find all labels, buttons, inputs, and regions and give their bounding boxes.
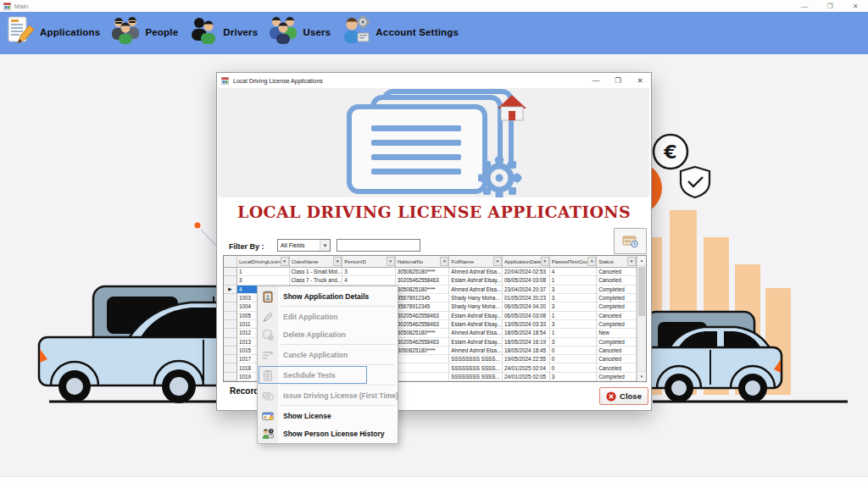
scroll-down-icon[interactable]: ▼: [637, 371, 646, 381]
grid-cell[interactable]: Class 1 - Small Mot...: [290, 268, 343, 276]
toolbar-item-people[interactable]: People: [105, 12, 183, 53]
grid-cell[interactable]: 18/05/2024 18:45: [503, 347, 550, 355]
grid-cell[interactable]: 3: [342, 268, 396, 276]
grid-cell[interactable]: 13/05/2024 03:33: [503, 320, 550, 329]
dialog-minimize-button[interactable]: —: [585, 73, 607, 88]
menu-item-sechdule-tests[interactable]: Sechdule Tests: [258, 366, 398, 384]
grid-cell[interactable]: 23/04/2024 20:37: [503, 286, 550, 294]
dialog-close-button[interactable]: ✕: [629, 73, 651, 88]
menu-item-cancle-application[interactable]: Cancle Application: [258, 346, 398, 363]
grid-cell[interactable]: [396, 373, 450, 381]
menu-item-show-person-license-history[interactable]: Show Person License History: [258, 424, 398, 442]
license-search-button[interactable]: [614, 228, 647, 254]
grid-cell[interactable]: Canceled: [597, 276, 637, 285]
row-header[interactable]: [224, 355, 237, 363]
grid-cell[interactable]: Canceled: [597, 355, 637, 363]
row-header[interactable]: [224, 302, 237, 311]
column-filter-dropdown-icon[interactable]: ▼: [627, 257, 636, 266]
grid-cell[interactable]: 3: [550, 373, 598, 381]
grid-cell[interactable]: Completed: [597, 286, 637, 294]
grid-cell[interactable]: Ahmed Ashraf Elsa...: [449, 268, 503, 276]
grid-cell[interactable]: Shady Hany Moha...: [449, 294, 503, 302]
grid-cell[interactable]: 22/04/2024 02:53: [503, 268, 550, 276]
grid-cell[interactable]: 19/05/2024 22:55: [503, 355, 550, 363]
row-header[interactable]: [224, 320, 237, 329]
grid-cell[interactable]: 0: [550, 347, 598, 355]
grid-cell[interactable]: 3: [550, 294, 598, 302]
row-header[interactable]: [224, 363, 237, 372]
row-header[interactable]: [224, 373, 237, 381]
grid-cell[interactable]: 06/05/2024 03:08: [503, 276, 550, 285]
grid-cell[interactable]: 0: [550, 363, 598, 372]
grid-cell[interactable]: 3: [550, 286, 598, 294]
column-header-localdrivinglicen[interactable]: LocalDrivingLicen▼: [237, 256, 290, 267]
grid-cell[interactable]: 3050825180****: [396, 329, 450, 337]
column-header-nationalno[interactable]: NationalNo▼: [396, 256, 450, 267]
grid-cell[interactable]: Canceled: [597, 363, 637, 372]
row-header[interactable]: [224, 276, 237, 285]
column-filter-dropdown-icon[interactable]: ▼: [587, 257, 596, 266]
column-header-passedtestcount[interactable]: PassedTestCount▼: [550, 256, 598, 267]
grid-cell[interactable]: Completed: [597, 302, 637, 311]
grid-cell[interactable]: Completed: [597, 338, 637, 347]
minimize-button[interactable]: —: [792, 0, 817, 12]
grid-cell[interactable]: 24/01/2025 02:05: [503, 373, 550, 381]
toolbar-item-drivers[interactable]: Drivers: [183, 12, 263, 53]
grid-cell[interactable]: SSSSSSSS SSSS...: [449, 363, 503, 372]
grid-cell[interactable]: Completed: [597, 320, 637, 329]
grid-cell[interactable]: 3: [550, 302, 598, 311]
grid-cell[interactable]: 45678912345: [396, 302, 450, 311]
filter-search-input[interactable]: [337, 239, 420, 252]
grid-cell[interactable]: Eslam Ashraf Elsay...: [449, 320, 503, 329]
grid-cell[interactable]: Class 7 - Truck and...: [290, 276, 343, 285]
toolbar-item-users[interactable]: Users: [263, 12, 336, 53]
column-filter-dropdown-icon[interactable]: ▼: [493, 257, 502, 266]
column-filter-dropdown-icon[interactable]: ▼: [387, 257, 395, 266]
row-header[interactable]: [224, 338, 237, 347]
grid-cell[interactable]: Canceled: [597, 312, 637, 320]
toolbar-item-account-settings[interactable]: Account Settings: [336, 12, 464, 53]
row-header[interactable]: [224, 312, 237, 320]
grid-cell[interactable]: 30205462558463: [396, 338, 450, 347]
row-header[interactable]: [224, 329, 237, 337]
scroll-up-icon[interactable]: ▲: [637, 256, 646, 266]
grid-cell[interactable]: Eslam Ashraf Elsay...: [449, 276, 503, 285]
grid-cell[interactable]: 06/05/2024 04:20: [503, 302, 550, 311]
row-header-current-row-icon[interactable]: ▶: [224, 286, 237, 294]
row-header[interactable]: [224, 268, 237, 276]
grid-cell[interactable]: SSSSSSSS SSSS...: [449, 355, 503, 363]
grid-cell[interactable]: [396, 363, 450, 372]
grid-cell[interactable]: 0: [550, 355, 598, 363]
grid-cell[interactable]: 30205462558463: [396, 276, 450, 285]
row-header[interactable]: [224, 347, 237, 355]
menu-item-edit-application[interactable]: Edit Application: [258, 308, 398, 325]
grid-cell[interactable]: Completed: [597, 373, 637, 381]
grid-cell[interactable]: 24/01/2025 02:04: [503, 363, 550, 372]
dialog-maximize-button[interactable]: ❐: [607, 73, 629, 88]
table-row[interactable]: 1Class 1 - Small Mot...33050825180****Ah…: [224, 268, 637, 276]
menu-item-show-application-details[interactable]: Show Application Details: [258, 287, 398, 305]
grid-cell[interactable]: 4: [550, 268, 598, 276]
column-header-status[interactable]: Status▼: [597, 256, 637, 267]
column-header-fullname[interactable]: FullName▼: [449, 256, 503, 267]
table-row[interactable]: 3Class 7 - Truck and...430205462558463Es…: [224, 276, 637, 285]
grid-cell[interactable]: 1: [550, 329, 598, 337]
menu-item-issue-driving-license-first-time[interactable]: Issue Driving License (First Time): [258, 386, 398, 404]
toolbar-item-applications[interactable]: Applications: [0, 12, 105, 53]
grid-cell[interactable]: 1: [237, 268, 290, 276]
grid-cell[interactable]: 3: [237, 276, 290, 285]
grid-cell[interactable]: Ahmed Ashraf Elsa...: [449, 286, 503, 294]
grid-cell[interactable]: 45678912345: [396, 294, 450, 302]
grid-cell[interactable]: 30205462558463: [396, 320, 450, 329]
grid-cell[interactable]: 1: [550, 276, 598, 285]
close-button[interactable]: Close: [599, 387, 648, 405]
column-filter-dropdown-icon[interactable]: ▼: [541, 257, 549, 266]
grid-cell[interactable]: Eslam Ashraf Elsay...: [449, 312, 503, 320]
menu-item-delete-application[interactable]: Delete Application: [258, 325, 398, 343]
filter-field-select[interactable]: All Fields ▼: [277, 239, 331, 252]
grid-cell[interactable]: Eslam Ashraf Elsay...: [449, 338, 503, 347]
grid-cell[interactable]: Shady Hany Moha...: [449, 302, 503, 311]
column-filter-dropdown-icon[interactable]: ▼: [333, 257, 342, 266]
grid-cell[interactable]: 3050825180****: [396, 268, 450, 276]
grid-cell[interactable]: Completed: [597, 294, 637, 302]
